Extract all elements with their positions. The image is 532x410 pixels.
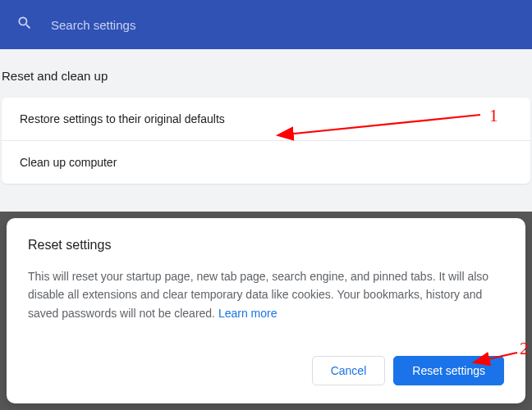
- row-clean-up-computer[interactable]: Clean up computer: [2, 141, 530, 184]
- search-icon: [16, 15, 33, 34]
- settings-search-bar[interactable]: [0, 0, 532, 49]
- modal-backdrop: Reset settings This will reset your star…: [0, 212, 532, 410]
- cancel-button[interactable]: Cancel: [312, 356, 386, 385]
- dialog-body: This will reset your startup page, new t…: [28, 267, 504, 341]
- reset-settings-button[interactable]: Reset settings: [393, 356, 504, 385]
- row-restore-defaults[interactable]: Restore settings to their original defau…: [2, 98, 530, 141]
- dialog-actions: Cancel Reset settings: [28, 356, 504, 385]
- reset-cleanup-card: Restore settings to their original defau…: [2, 98, 530, 184]
- section-title-reset: Reset and clean up: [0, 49, 532, 98]
- reset-settings-dialog: Reset settings This will reset your star…: [7, 218, 525, 403]
- dialog-title: Reset settings: [28, 238, 504, 253]
- learn-more-link[interactable]: Learn more: [218, 307, 277, 320]
- search-input[interactable]: [51, 18, 516, 32]
